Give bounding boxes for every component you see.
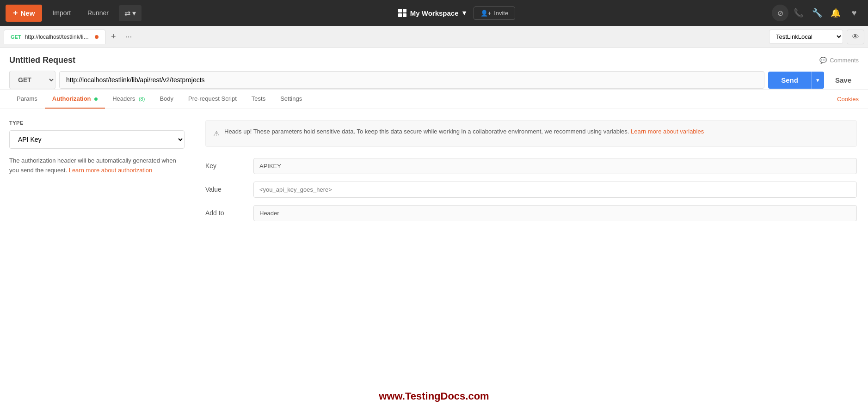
- main-area: GET http://localhost/testlink/lib/api/..…: [0, 26, 868, 406]
- cookies-button[interactable]: Cookies: [837, 90, 859, 108]
- navbar: + New Import Runner ⇄ ▾ My Workspace ▾ 👤…: [0, 0, 868, 26]
- learn-vars-link[interactable]: Learn more about variables: [631, 128, 704, 135]
- invite-label: Invite: [494, 10, 508, 17]
- invite-button[interactable]: 👤+ Invite: [474, 6, 516, 20]
- invite-icon: 👤+: [480, 10, 492, 17]
- auth-active-dot: [94, 97, 98, 101]
- tab-params[interactable]: Params: [9, 90, 45, 109]
- heart-icon-button[interactable]: ♥: [846, 5, 862, 21]
- environment-select[interactable]: TestLinkLocal: [769, 30, 843, 44]
- info-box: ⚠ Heads up! These parameters hold sensit…: [205, 120, 857, 147]
- method-select[interactable]: GET: [9, 71, 55, 89]
- eye-button[interactable]: 👁: [847, 30, 864, 44]
- heart-icon: ♥: [852, 8, 857, 18]
- key-field-row: Key APIKEY: [205, 158, 857, 174]
- navbar-right: ⊘ 📞 🔧 🔔 ♥: [772, 5, 862, 21]
- auth-main: ⚠ Heads up! These parameters hold sensit…: [194, 109, 868, 387]
- comments-label: Comments: [830, 57, 859, 64]
- info-text-wrapper: Heads up! These parameters hold sensitiv…: [224, 127, 704, 137]
- navbar-center: My Workspace ▾ 👤+ Invite: [145, 6, 768, 20]
- info-text: Heads up! These parameters hold sensitiv…: [224, 128, 629, 135]
- tab-url: http://localhost/testlink/lib/api/...: [25, 34, 91, 40]
- learn-more-auth-link[interactable]: Learn more about authorization: [69, 167, 153, 174]
- tab-authorization[interactable]: Authorization: [45, 90, 105, 109]
- workspace-button[interactable]: My Workspace ▾: [398, 6, 466, 20]
- watermark: www.TestingDocs.com: [0, 387, 868, 406]
- tabs-bar-right: TestLinkLocal 👁: [769, 30, 864, 44]
- request-tab[interactable]: GET http://localhost/testlink/lib/api/..…: [4, 30, 105, 44]
- auth-description: The authorization header will be automat…: [9, 156, 185, 176]
- info-icon: ⚠: [213, 128, 220, 140]
- req-tabs-right: Cookies: [837, 90, 859, 108]
- auth-sidebar: TYPE API Key The authorization header wi…: [0, 109, 194, 387]
- wrench-icon: 🔧: [812, 8, 822, 18]
- key-label: Key: [205, 162, 242, 170]
- workspace-label: My Workspace: [410, 9, 459, 17]
- tab-headers[interactable]: Headers (8): [105, 90, 152, 109]
- request-panel: Untitled Request 💬 Comments GET Send ▾ S…: [0, 48, 868, 90]
- request-title-row: Untitled Request 💬 Comments: [9, 55, 859, 65]
- bell-icon-button[interactable]: 🔔: [827, 5, 844, 21]
- auth-content: TYPE API Key The authorization header wi…: [0, 109, 868, 387]
- send-button[interactable]: Send: [768, 72, 811, 89]
- phone-icon: 📞: [794, 8, 804, 18]
- add-tab-button[interactable]: +: [107, 30, 120, 43]
- content-area: TYPE API Key The authorization header wi…: [0, 109, 868, 406]
- headers-count-badge: (8): [139, 96, 145, 102]
- request-title: Untitled Request: [9, 55, 75, 65]
- chevron-down-icon: ▾: [816, 77, 819, 84]
- value-input[interactable]: [253, 182, 857, 198]
- tab-pre-request[interactable]: Pre-request Script: [181, 90, 244, 109]
- runner-button[interactable]: Runner: [81, 6, 115, 20]
- bell-icon: 🔔: [831, 8, 841, 18]
- send-dropdown-button[interactable]: ▾: [811, 72, 824, 89]
- authorization-tab-label: Authorization: [52, 95, 91, 102]
- tab-settings[interactable]: Settings: [273, 90, 309, 109]
- import-button[interactable]: Import: [46, 6, 77, 20]
- tab-unsaved-dot: [95, 35, 98, 39]
- comments-button[interactable]: 💬 Comments: [819, 57, 859, 64]
- chevron-down-icon: ▾: [462, 9, 466, 17]
- fork-icon: ⇄: [124, 9, 130, 18]
- url-input[interactable]: [59, 71, 764, 89]
- eye-icon: 👁: [852, 33, 859, 41]
- add-to-value: Header: [253, 205, 857, 221]
- value-field-row: Value: [205, 182, 857, 198]
- more-tabs-button[interactable]: ···: [122, 30, 136, 43]
- tabs-bar: GET http://localhost/testlink/lib/api/..…: [0, 26, 868, 48]
- add-to-label: Add to: [205, 209, 242, 217]
- search-icon: ⊘: [777, 9, 783, 18]
- tab-tests[interactable]: Tests: [244, 90, 273, 109]
- phone-icon-button[interactable]: 📞: [790, 5, 807, 21]
- comment-icon: 💬: [819, 57, 827, 64]
- type-label: TYPE: [9, 120, 185, 126]
- url-row: GET Send ▾ Save: [9, 71, 859, 89]
- key-value: APIKEY: [253, 158, 857, 174]
- value-label: Value: [205, 186, 242, 193]
- plus-icon: +: [13, 8, 18, 18]
- chevron-down-icon: ▾: [132, 9, 136, 18]
- auth-type-select[interactable]: API Key: [9, 130, 185, 149]
- method-badge: GET: [11, 34, 21, 40]
- new-button[interactable]: + New: [6, 5, 42, 22]
- add-to-field-row: Add to Header: [205, 205, 857, 221]
- wrench-icon-button[interactable]: 🔧: [809, 5, 825, 21]
- headers-tab-label: Headers: [112, 95, 135, 102]
- search-icon-button[interactable]: ⊘: [772, 5, 788, 21]
- request-tabs: Params Authorization Headers (8) Body Pr…: [0, 90, 868, 109]
- send-btn-group: Send ▾: [768, 72, 824, 89]
- workspace-icon: [398, 9, 406, 17]
- tab-body[interactable]: Body: [152, 90, 181, 109]
- fork-button[interactable]: ⇄ ▾: [119, 5, 142, 21]
- save-button[interactable]: Save: [828, 72, 859, 89]
- new-label: New: [21, 9, 35, 17]
